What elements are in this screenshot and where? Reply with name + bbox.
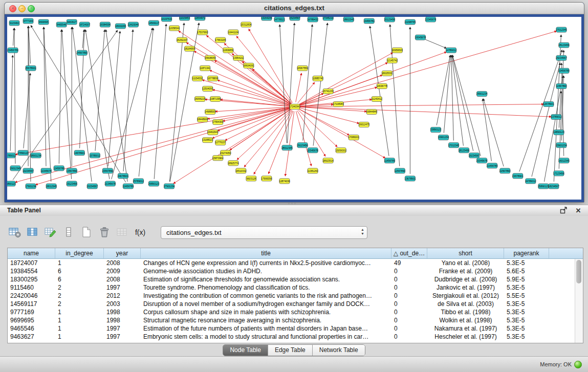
network-node[interactable]: 16012345	[558, 158, 570, 163]
network-node[interactable]: 27890123	[17, 150, 29, 156]
network-node[interactable]: 9465546	[56, 22, 67, 27]
network-node[interactable]: 11154532	[192, 76, 203, 81]
network-node[interactable]: 23456789	[7, 48, 18, 53]
network-node[interactable]: 18123456	[459, 148, 470, 153]
network-node[interactable]: 13954211	[233, 55, 244, 60]
network-node[interactable]: 16262207	[177, 37, 188, 42]
network-node[interactable]: 17108383	[333, 101, 344, 106]
network-node[interactable]: 18925774	[228, 161, 239, 166]
network-node[interactable]: 14890123	[553, 130, 564, 135]
network-node[interactable]: 11871341	[200, 65, 210, 71]
table-row[interactable]: 946362711997Embryonic stem cells: a mode…	[8, 333, 583, 341]
table-row[interactable]: 1456911722003Disruption of a novel membe…	[8, 300, 583, 308]
network-node[interactable]: 28012345	[281, 145, 293, 150]
panel-resize-handle[interactable]	[288, 203, 296, 204]
table-row[interactable]: 946554611997Estimation of the future num…	[8, 324, 583, 333]
network-node[interactable]: 23567890	[102, 168, 114, 173]
network-node[interactable]: 20345678	[476, 158, 488, 163]
network-node[interactable]: 18448906	[197, 117, 208, 122]
network-node[interactable]: 12567890	[395, 168, 406, 173]
network-node[interactable]: 29123456	[297, 143, 308, 148]
network-node[interactable]: 19384554	[100, 22, 111, 27]
network-node[interactable]: 18367559	[297, 65, 308, 71]
table-row[interactable]: 1830029562008Estimation of significance …	[8, 275, 583, 283]
close-button[interactable]: ×	[9, 5, 16, 12]
network-node[interactable]: 29012345	[10, 166, 21, 171]
new-document-icon[interactable]	[80, 226, 93, 239]
table-row[interactable]: 1872400712008Changes of HCN gene express…	[8, 259, 583, 267]
network-node[interactable]: 10197533	[161, 17, 172, 21]
network-node[interactable]: 15901234	[556, 143, 567, 148]
network-node[interactable]: 17537993	[197, 30, 208, 35]
zoom-button[interactable]: +	[28, 5, 35, 12]
column-header-out_de[interactable]: △ out_de…	[391, 248, 427, 258]
import-table-icon[interactable]	[116, 226, 129, 239]
network-node[interactable]: 18184955	[184, 46, 195, 51]
network-node[interactable]: 16604091	[243, 63, 254, 68]
network-node[interactable]: 9115460	[9, 20, 19, 26]
network-node[interactable]: 18012345	[46, 184, 57, 189]
network-node[interactable]: 21456789	[487, 163, 498, 168]
network-node[interactable]: 16056229	[194, 96, 206, 101]
network-node[interactable]: 28123456	[558, 42, 570, 48]
network-node[interactable]: 17345210	[322, 17, 334, 20]
tab-node-table[interactable]: Node Table	[223, 345, 268, 356]
network-node[interactable]: 19234567	[469, 153, 480, 158]
network-node[interactable]: 10441104	[228, 30, 238, 35]
network-node[interactable]: 17554300	[212, 120, 224, 125]
network-node[interactable]: 13789012	[551, 115, 562, 120]
network-node[interactable]: 16901234	[438, 135, 449, 140]
network-node[interactable]: 10234567	[23, 168, 34, 173]
network-node[interactable]: 21098765	[405, 19, 416, 25]
table-row[interactable]: 1938455462009Genome-wide association stu…	[8, 267, 583, 275]
network-node[interactable]: 15741233	[322, 89, 334, 94]
column-header-pagerank[interactable]: pagerank	[504, 248, 549, 258]
network-node[interactable]: 23678901	[512, 173, 524, 179]
delete-icon[interactable]	[98, 226, 111, 239]
network-node[interactable]: 16510332	[235, 168, 247, 173]
network-node[interactable]: 17012345	[448, 143, 460, 148]
network-node[interactable]: 11456789	[384, 158, 395, 163]
network-node[interactable]: 13567890	[67, 168, 78, 173]
network-node[interactable]: 16959503	[392, 48, 403, 53]
network-node[interactable]: 19123456	[67, 181, 78, 186]
network-node[interactable]: 20234567	[87, 184, 98, 189]
edit-table-icon[interactable]	[44, 226, 57, 239]
network-node[interactable]: 17999356	[261, 176, 272, 181]
network-node[interactable]: 16890123	[7, 181, 16, 186]
network-node[interactable]: 15056302	[335, 148, 346, 153]
function-icon[interactable]: f(x)	[134, 226, 147, 239]
network-node[interactable]: 12678901	[543, 101, 554, 106]
network-node[interactable]: 18923514	[322, 158, 334, 163]
network-node[interactable]: 11345678	[41, 168, 52, 173]
column-header-title[interactable]: title	[141, 248, 391, 258]
network-node[interactable]: 22345678	[425, 17, 437, 22]
column-header-year[interactable]: year	[104, 248, 141, 258]
network-node[interactable]: 15890123	[430, 127, 442, 133]
network-node[interactable]: 18902345	[343, 17, 355, 22]
table-row[interactable]: 911546021997Tourette syndrome. Phenomeno…	[8, 283, 583, 292]
network-node[interactable]: 29234567	[556, 55, 567, 60]
network-node[interactable]: 14569117	[148, 20, 159, 26]
network-node[interactable]: 12776137	[215, 140, 226, 145]
table-row[interactable]: 977716911998Corpus callosum shape and si…	[8, 308, 583, 316]
network-node[interactable]: 11809859	[223, 48, 233, 53]
network-canvas[interactable]: 1724034112058341162622071818495517537993…	[7, 17, 581, 200]
network-node[interactable]: 12504093	[202, 86, 213, 91]
network-node[interactable]: 14636778	[377, 83, 388, 89]
network-node[interactable]: 27901234	[164, 184, 175, 189]
float-panel-icon[interactable]	[559, 206, 569, 214]
network-node[interactable]: 12058341	[169, 26, 180, 31]
network-node[interactable]: 14988593	[205, 110, 216, 115]
table-row[interactable]: 2242004622012Investigating the contribut…	[8, 292, 583, 300]
network-node[interactable]: 24567890	[77, 50, 88, 55]
network-node[interactable]: 15873964	[212, 156, 224, 161]
network-node[interactable]: 9603128	[246, 176, 256, 181]
network-node[interactable]: 13164206	[261, 17, 272, 20]
network-node[interactable]: 27012345	[556, 27, 567, 32]
column-icon[interactable]	[62, 226, 75, 239]
column-header-name[interactable]: name	[8, 248, 55, 258]
network-node[interactable]: 17240341	[289, 104, 300, 109]
network-node[interactable]: 25789012	[133, 179, 144, 184]
network-node[interactable]: 17901234	[25, 184, 36, 189]
